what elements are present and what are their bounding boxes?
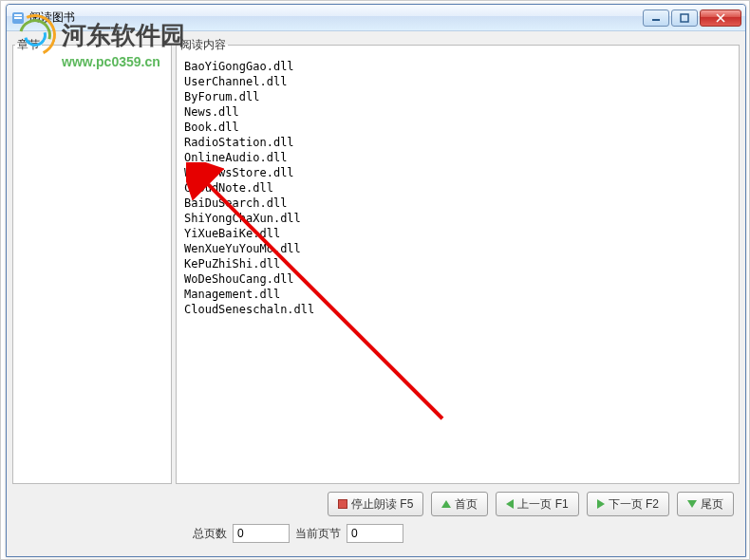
minimize-icon — [651, 13, 661, 23]
file-line: Book.dll — [184, 120, 731, 135]
app-window: 阅读图书 章节 — [6, 4, 746, 557]
prev-page-label: 上一页 F1 — [517, 496, 568, 513]
arrow-right-icon — [597, 499, 605, 509]
current-page-label: 当前页节 — [295, 526, 341, 542]
file-line: WoDeShouCang.dll — [184, 271, 731, 287]
close-icon — [716, 13, 725, 23]
chapters-panel-label: 章节 — [15, 37, 42, 53]
svg-rect-2 — [14, 17, 22, 19]
panels-row: 章节 阅读内容 BaoYiGongGao.dllUserChannel.dllB… — [12, 37, 740, 484]
first-page-label: 首页 — [455, 496, 478, 513]
file-line: WindowsStore.dll — [184, 165, 731, 180]
file-line: ByForum.dll — [184, 89, 731, 104]
total-pages-label: 总页数 — [193, 526, 227, 542]
content-panel-label: 阅读内容 — [178, 37, 228, 53]
content-area[interactable]: BaoYiGongGao.dllUserChannel.dllByForum.d… — [178, 55, 737, 481]
file-line: CloudSeneschaln.dll — [184, 302, 731, 317]
outer-frame: 阅读图书 章节 — [0, 0, 750, 560]
last-page-label: 尾页 — [701, 496, 723, 513]
window-controls — [643, 9, 741, 27]
arrow-down-icon — [687, 500, 697, 508]
stop-read-label: 停止朗读 F5 — [351, 496, 413, 513]
file-line: BaoYiGongGao.dll — [184, 59, 731, 74]
file-line: KePuZhiShi.dll — [184, 256, 731, 271]
total-pages-field[interactable] — [233, 524, 290, 543]
file-line: News.dll — [184, 104, 731, 120]
titlebar[interactable]: 阅读图书 — [7, 5, 745, 31]
current-page-field[interactable] — [347, 524, 403, 543]
maximize-button[interactable] — [671, 9, 698, 27]
file-line: UserChannel.dll — [184, 74, 731, 89]
file-line: BaiDuSearch.dll — [184, 196, 731, 211]
file-line: RadioStation.dll — [184, 135, 731, 150]
first-page-button[interactable]: 首页 — [431, 492, 488, 516]
next-page-button[interactable]: 下一页 F2 — [587, 492, 669, 516]
file-line: ShiYongChaXun.dll — [184, 211, 731, 226]
file-line: Management.dll — [184, 287, 731, 302]
close-button[interactable] — [700, 9, 741, 27]
file-line: WenXueYuYouMo.dll — [184, 241, 731, 256]
client-area: 章节 阅读内容 BaoYiGongGao.dllUserChannel.dllB… — [7, 31, 745, 556]
nav-buttons-row: 停止朗读 F5 首页 上一页 F1 下一页 F2 尾页 — [12, 484, 740, 520]
svg-rect-4 — [681, 14, 688, 22]
next-page-label: 下一页 F2 — [609, 496, 659, 513]
svg-rect-1 — [14, 14, 22, 16]
app-icon — [10, 10, 26, 26]
prev-page-button[interactable]: 上一页 F1 — [496, 492, 578, 516]
window-title: 阅读图书 — [29, 9, 643, 26]
arrow-up-icon — [441, 500, 451, 508]
content-panel: 阅读内容 BaoYiGongGao.dllUserChannel.dllByFo… — [176, 37, 740, 484]
last-page-button[interactable]: 尾页 — [677, 492, 734, 516]
chapters-panel: 章节 — [12, 37, 172, 484]
status-row: 总页数 当前页节 — [12, 520, 740, 551]
maximize-icon — [680, 13, 689, 23]
stop-icon — [338, 499, 347, 509]
svg-rect-3 — [652, 19, 660, 21]
minimize-button[interactable] — [643, 9, 669, 27]
file-line: OnlineAudio.dll — [184, 150, 731, 165]
file-line: CloudNote.dll — [184, 180, 731, 196]
file-line: YiXueBaiKe.dll — [184, 226, 731, 241]
arrow-left-icon — [506, 499, 514, 509]
stop-read-button[interactable]: 停止朗读 F5 — [328, 492, 423, 516]
